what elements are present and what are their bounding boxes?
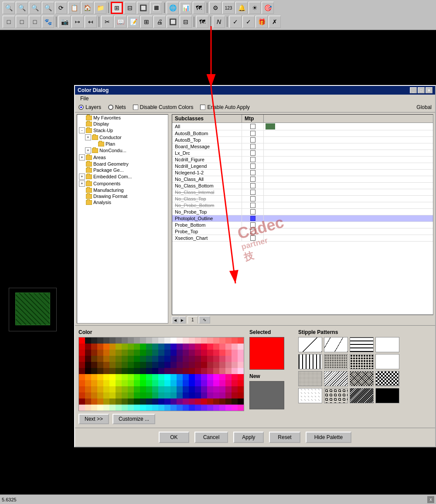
- color-cell[interactable]: [134, 398, 140, 405]
- color-cell[interactable]: [116, 350, 122, 356]
- color-cell[interactable]: [91, 405, 97, 411]
- map-btn[interactable]: 🔳: [150, 2, 162, 14]
- color-cell[interactable]: [238, 350, 244, 356]
- world-btn[interactable]: 🌐: [167, 2, 179, 14]
- color-cell[interactable]: [158, 337, 164, 344]
- color-cell[interactable]: [85, 368, 91, 374]
- mtp-checkbox[interactable]: [250, 222, 255, 228]
- color-cell[interactable]: [134, 392, 140, 398]
- tree-item[interactable]: +Conductor: [77, 134, 168, 141]
- color-cell[interactable]: [97, 380, 103, 386]
- color-cell[interactable]: [189, 374, 195, 380]
- color-cell[interactable]: [195, 350, 201, 356]
- color-cell[interactable]: [116, 344, 122, 350]
- zoom-out-btn[interactable]: 🔍: [16, 2, 28, 14]
- color-cell[interactable]: [232, 337, 238, 344]
- color-cell[interactable]: [140, 374, 146, 380]
- color-cell[interactable]: [152, 374, 158, 380]
- color-cell[interactable]: [201, 344, 207, 350]
- color-cell[interactable]: [140, 380, 146, 386]
- stipple-cell[interactable]: [350, 337, 374, 352]
- color-cell[interactable]: [189, 380, 195, 386]
- tree-expander[interactable]: +: [85, 147, 91, 153]
- color-cell[interactable]: [158, 356, 164, 362]
- color-cell[interactable]: [164, 356, 170, 362]
- mtp-checkbox[interactable]: [250, 137, 255, 143]
- stipple-cell[interactable]: [324, 337, 348, 352]
- tree-item[interactable]: +Embedded Com...: [77, 173, 168, 180]
- stipple-cell[interactable]: [324, 354, 348, 369]
- subclasses-row[interactable]: Probe_Top: [172, 228, 433, 235]
- color-cell[interactable]: [238, 362, 244, 368]
- stipple-cell[interactable]: [324, 371, 348, 386]
- color-cell[interactable]: [207, 398, 213, 405]
- color-cell[interactable]: [140, 362, 146, 368]
- color-cell[interactable]: [225, 350, 232, 356]
- color-cell[interactable]: [146, 344, 152, 350]
- subclasses-row[interactable]: Lx_Drc: [172, 150, 433, 157]
- mtp-checkbox[interactable]: [250, 209, 255, 215]
- color-cell[interactable]: [109, 362, 116, 368]
- paw-btn[interactable]: 🐾: [42, 16, 54, 28]
- color-cell[interactable]: [134, 344, 140, 350]
- color-cell[interactable]: [103, 362, 109, 368]
- color-cell[interactable]: [79, 362, 85, 368]
- customize-btn[interactable]: Customize ...: [112, 414, 155, 424]
- color-cell[interactable]: [232, 350, 238, 356]
- subclasses-row[interactable]: Probe_Bottom: [172, 222, 433, 228]
- color-cell[interactable]: [146, 386, 152, 392]
- sc-cell-mtp[interactable]: [242, 235, 264, 241]
- mtp-checkbox[interactable]: [250, 190, 255, 195]
- color-cell[interactable]: [195, 337, 201, 344]
- hide-palette-btn[interactable]: Hide Palette: [306, 432, 351, 443]
- color-cell[interactable]: [79, 392, 85, 398]
- color-cell[interactable]: [103, 386, 109, 392]
- color-cell[interactable]: [219, 356, 225, 362]
- color-cell[interactable]: [103, 398, 109, 405]
- color-cell[interactable]: [207, 344, 213, 350]
- mtp-checkbox[interactable]: [250, 124, 255, 129]
- color-cell[interactable]: [79, 368, 85, 374]
- color-cell[interactable]: [232, 405, 238, 411]
- color-cell[interactable]: [140, 337, 146, 344]
- color-cell[interactable]: [170, 337, 177, 344]
- color-cell[interactable]: [207, 368, 213, 374]
- tree-expander[interactable]: +: [79, 154, 85, 160]
- subclasses-row[interactable]: No_Class_All: [172, 176, 433, 183]
- color-cell[interactable]: [213, 356, 219, 362]
- color-cell[interactable]: [122, 368, 128, 374]
- color-cell[interactable]: [238, 386, 244, 392]
- color-cell[interactable]: [152, 350, 158, 356]
- color-cell[interactable]: [134, 374, 140, 380]
- reset-btn[interactable]: Reset: [269, 432, 300, 443]
- color-cell[interactable]: [128, 356, 134, 362]
- tree-expander[interactable]: +: [79, 174, 85, 180]
- color-cell[interactable]: [225, 405, 232, 411]
- color-cell[interactable]: [79, 386, 85, 392]
- color-cell[interactable]: [164, 380, 170, 386]
- color-cell[interactable]: [158, 374, 164, 380]
- color-cell[interactable]: [134, 350, 140, 356]
- color-cell[interactable]: [201, 392, 207, 398]
- sc-cell-mtp[interactable]: [242, 222, 264, 228]
- color-cell[interactable]: [201, 380, 207, 386]
- enable-auto-checkbox[interactable]: [200, 105, 205, 110]
- color-cell[interactable]: [128, 398, 134, 405]
- color-cell[interactable]: [189, 362, 195, 368]
- color-cell[interactable]: [219, 405, 225, 411]
- color-cell[interactable]: [183, 405, 189, 411]
- color-cell[interactable]: [97, 362, 103, 368]
- num-btn[interactable]: 123: [222, 2, 235, 14]
- mtp-checkbox[interactable]: [250, 157, 255, 162]
- color-cell[interactable]: [85, 386, 91, 392]
- scissors-btn[interactable]: ✂: [101, 16, 113, 28]
- chart-btn[interactable]: 📊: [180, 2, 192, 14]
- color-cell[interactable]: [213, 386, 219, 392]
- color-cell[interactable]: [183, 368, 189, 374]
- color-cell[interactable]: [109, 368, 116, 374]
- color-cell[interactable]: [152, 344, 158, 350]
- color-cell[interactable]: [91, 398, 97, 405]
- stipple-cell[interactable]: [298, 354, 322, 369]
- color-cell[interactable]: [158, 362, 164, 368]
- color-cell[interactable]: [152, 356, 158, 362]
